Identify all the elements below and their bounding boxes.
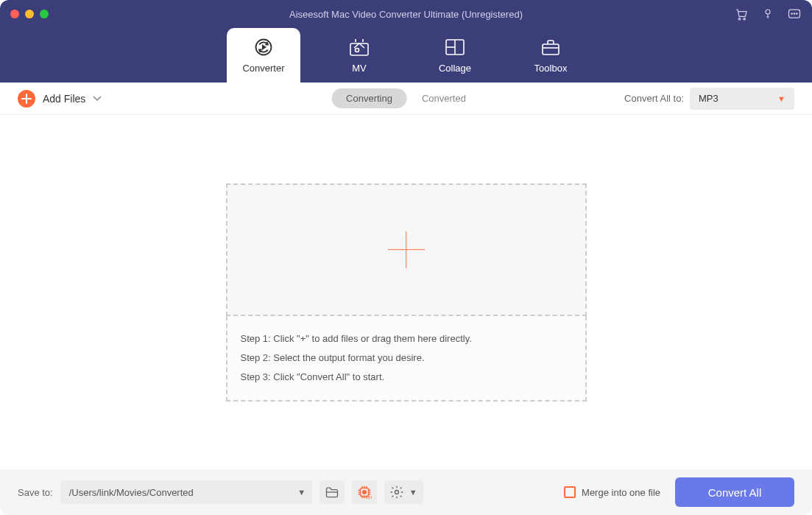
svg-point-2 — [766, 10, 770, 14]
settings-split-button: ▼ — [384, 480, 423, 504]
step-2-text: Step 2: Select the output format you des… — [241, 348, 572, 368]
tab-converter[interactable]: Converter — [227, 28, 300, 83]
seg-converting[interactable]: Converting — [331, 88, 407, 108]
svg-marker-8 — [263, 45, 266, 49]
toolbox-icon — [540, 38, 561, 57]
svg-point-4 — [791, 13, 792, 14]
conversion-status-segment: Converting Converted — [331, 88, 481, 108]
collage-icon — [445, 38, 465, 57]
tab-collage-label: Collage — [439, 63, 471, 74]
app-window: Aiseesoft Mac Video Converter Ultimate (… — [0, 0, 812, 515]
convert-all-to-label: Convert All to: — [624, 93, 684, 104]
tab-toolbox[interactable]: Toolbox — [514, 28, 587, 83]
step-3-text: Step 3: Click "Convert All" to start. — [241, 368, 572, 387]
merge-checkbox-wrap: Merge into one file — [564, 486, 660, 498]
title-bar: Aiseesoft Mac Video Converter Ultimate (… — [0, 0, 812, 28]
tab-toolbox-label: Toolbox — [534, 63, 568, 74]
add-files-button[interactable]: Add Files — [18, 90, 85, 108]
svg-point-1 — [744, 18, 746, 19]
cart-icon[interactable] — [734, 7, 749, 21]
gpu-accel-button[interactable]: ON — [352, 480, 377, 504]
output-format-select[interactable]: MP3 ▼ — [690, 88, 794, 110]
traffic-lights — [0, 10, 49, 18]
svg-point-0 — [738, 18, 741, 19]
step-1-text: Step 1: Click "+" to add files or drag t… — [241, 329, 572, 348]
tab-mv-label: MV — [352, 63, 367, 74]
tab-collage[interactable]: Collage — [418, 28, 492, 83]
window-close-button[interactable] — [10, 10, 19, 18]
window-minimize-button[interactable] — [25, 10, 34, 18]
svg-point-6 — [797, 13, 797, 14]
feedback-icon[interactable] — [787, 7, 802, 21]
add-plus-large-icon — [388, 231, 425, 268]
window-maximize-button[interactable] — [40, 10, 49, 18]
save-path-field[interactable]: /Users/link/Movies/Converted — [60, 480, 292, 504]
key-icon[interactable] — [760, 7, 775, 21]
svg-point-19 — [395, 491, 398, 494]
add-files-label: Add Files — [43, 93, 85, 105]
save-to-label: Save to: — [18, 487, 53, 498]
window-title: Aiseesoft Mac Video Converter Ultimate (… — [289, 9, 523, 20]
dropzone-wrap: Step 1: Click "+" to add files or drag t… — [226, 183, 587, 402]
svg-rect-14 — [543, 44, 559, 55]
bottom-bar: Save to: /Users/link/Movies/Converted ▼ … — [0, 469, 812, 515]
chevron-down-icon: ▼ — [777, 94, 785, 103]
tab-mv[interactable]: MV — [322, 28, 396, 83]
seg-converted[interactable]: Converted — [407, 88, 481, 108]
titlebar-actions — [734, 7, 802, 21]
open-folder-button[interactable] — [319, 480, 345, 504]
merge-checkbox[interactable] — [564, 486, 576, 498]
svg-point-17 — [362, 491, 366, 494]
toolbar: Add Files Converting Converted Convert A… — [0, 83, 812, 115]
save-path-value: /Users/link/Movies/Converted — [69, 487, 194, 498]
main-tabs: Converter MV Collage Toolbox — [0, 28, 812, 83]
merge-label: Merge into one file — [582, 487, 660, 498]
convert-all-button[interactable]: Convert All — [675, 477, 794, 507]
svg-text:ON: ON — [366, 495, 372, 500]
plus-icon — [18, 90, 35, 108]
mv-icon — [349, 38, 370, 57]
add-files-dropdown[interactable] — [93, 96, 102, 102]
main-area: Step 1: Click "+" to add files or drag t… — [0, 115, 812, 469]
dropzone[interactable] — [226, 183, 587, 316]
tab-converter-label: Converter — [242, 63, 284, 74]
steps-box: Step 1: Click "+" to add files or drag t… — [226, 316, 587, 402]
save-path-dropdown[interactable]: ▼ — [292, 480, 312, 504]
svg-point-5 — [794, 13, 794, 14]
converter-icon — [253, 38, 274, 57]
settings-dropdown[interactable]: ▼ — [409, 488, 423, 497]
output-format-value: MP3 — [699, 93, 719, 104]
svg-point-10 — [356, 48, 359, 52]
convert-all-to: Convert All to: MP3 ▼ — [624, 88, 794, 110]
settings-button[interactable] — [384, 480, 409, 504]
